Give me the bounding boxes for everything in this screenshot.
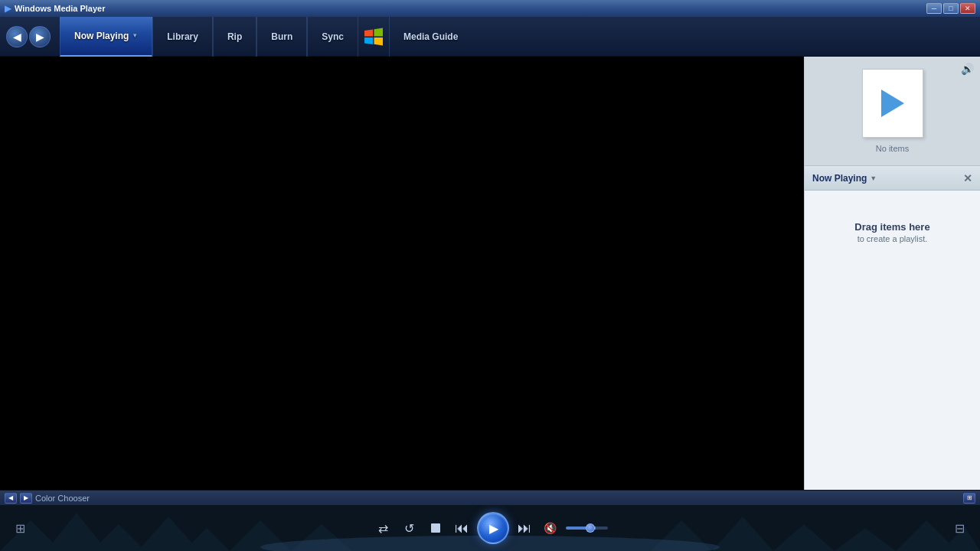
drag-sub-text: to create a playlist.: [858, 234, 928, 243]
tab-rip[interactable]: Rip: [213, 17, 256, 57]
app-icon: ▶: [5, 3, 11, 14]
playlist-close-button[interactable]: ✕: [963, 172, 972, 184]
right-panel: 🔊 No items Now Playing ▼ ✕ Drag items he…: [804, 57, 980, 490]
playlist-title-button[interactable]: Now Playing ▼: [812, 173, 877, 184]
video-area: [0, 57, 804, 490]
playlist-header: Now Playing ▼ ✕: [805, 166, 980, 191]
minimize-button[interactable]: ─: [926, 3, 942, 14]
status-prev-button[interactable]: ◀: [5, 493, 17, 504]
shuffle-button[interactable]: ⇄: [373, 517, 394, 539]
play-icon: [881, 90, 904, 117]
tab-library[interactable]: Library: [152, 17, 213, 57]
previous-button[interactable]: ⏮: [451, 517, 472, 539]
settings-icon[interactable]: ⊞: [15, 521, 25, 536]
titlebar-title: Windows Media Player: [15, 4, 106, 13]
fullscreen-icon[interactable]: ⊟: [955, 521, 965, 536]
tab-burn[interactable]: Burn: [256, 17, 307, 57]
titlebar: ▶ Windows Media Player ─ □ ✕: [0, 0, 980, 17]
now-playing-arrow: ▼: [132, 32, 138, 39]
drag-here-text: Drag items here: [854, 221, 929, 233]
titlebar-controls: ─ □ ✕: [926, 3, 975, 14]
play-button[interactable]: ▶: [477, 512, 509, 544]
forward-button[interactable]: ▶: [29, 26, 51, 47]
repeat-button[interactable]: ↺: [399, 517, 420, 539]
titlebar-left: ▶ Windows Media Player: [5, 3, 106, 14]
status-text: Color Chooser: [35, 494, 960, 503]
status-expand-button[interactable]: ⊞: [963, 493, 975, 504]
tab-sync[interactable]: Sync: [307, 17, 358, 57]
controls-left: ⊞: [15, 521, 25, 536]
maximize-button[interactable]: □: [943, 3, 959, 14]
controls-bar: ⊞ ⇄ ↺ ⏮ ▶ ⏭ 🔇 ⊟: [0, 505, 980, 551]
tab-now-playing[interactable]: Now Playing ▼: [60, 17, 152, 57]
main-content: 🔊 No items Now Playing ▼ ✕ Drag items he…: [0, 57, 980, 490]
windows-logo-button[interactable]: [358, 26, 389, 47]
playlist-arrow-icon: ▼: [870, 174, 877, 182]
volume-slider[interactable]: [566, 527, 608, 530]
no-items-label: No items: [876, 144, 909, 153]
stop-button[interactable]: [425, 517, 446, 539]
thumbnail-area: 🔊 No items: [805, 57, 980, 166]
controls-right: ⊟: [955, 521, 965, 536]
mute-button[interactable]: 🔇: [540, 517, 561, 539]
navbar: ◀ ▶ Now Playing ▼ Library Rip Burn Sync …: [0, 17, 980, 57]
status-bar: ◀ ▶ Color Chooser ⊞: [0, 490, 980, 505]
media-thumbnail: [862, 69, 923, 138]
close-button[interactable]: ✕: [960, 3, 975, 14]
speaker-icon: 🔊: [961, 63, 974, 75]
nav-arrows: ◀ ▶: [6, 26, 51, 47]
playlist-content: Drag items here to create a playlist.: [805, 191, 980, 490]
tab-media-guide[interactable]: Media Guide: [389, 17, 472, 57]
next-button[interactable]: ⏭: [514, 517, 535, 539]
status-next-button[interactable]: ▶: [20, 493, 32, 504]
back-button[interactable]: ◀: [6, 26, 28, 47]
controls-content: ⊞ ⇄ ↺ ⏮ ▶ ⏭ 🔇 ⊟: [0, 505, 980, 551]
